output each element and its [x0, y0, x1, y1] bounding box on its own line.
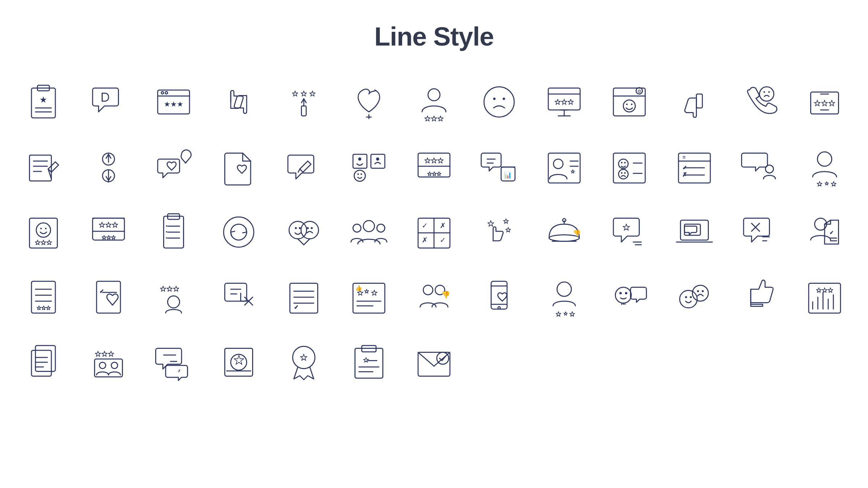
svg-text:★★★: ★★★ — [424, 115, 444, 123]
svg-point-41 — [768, 91, 770, 93]
svg-text:✓: ✓ — [422, 222, 428, 230]
svg-text:•: • — [166, 235, 167, 241]
svg-text:★: ★ — [364, 288, 369, 294]
svg-text:✗: ✗ — [682, 171, 687, 177]
icon-stars-pointer: ★ ★ ★ — [275, 73, 333, 131]
icon-ribbon-award: ★ — [275, 333, 333, 391]
icon-chat-cross — [731, 203, 788, 261]
svg-point-217 — [111, 362, 118, 369]
icon-phone-sad — [731, 73, 788, 131]
icon-star-thumbs-person: ★ ★ ★ — [470, 203, 528, 261]
icon-hearts-chat — [145, 138, 203, 196]
icon-big-thumbsdown — [665, 73, 723, 131]
svg-text:★: ★ — [309, 90, 316, 98]
svg-point-191 — [616, 287, 631, 303]
icon-favorite-document — [210, 138, 268, 196]
svg-point-9 — [165, 91, 168, 94]
svg-text:•: • — [166, 223, 167, 229]
icon-review-feedback: ★ ★ ★ 👍 — [340, 268, 398, 326]
svg-text:★★★: ★★★ — [816, 287, 833, 294]
svg-point-40 — [763, 91, 765, 93]
svg-text:★: ★ — [563, 311, 568, 316]
icon-stars-bar: ★★★ ★★★ — [405, 138, 463, 196]
icon-chat-star-balloon: ★ — [600, 203, 658, 261]
svg-point-98 — [36, 223, 51, 237]
svg-rect-38 — [697, 94, 703, 108]
svg-point-99 — [40, 228, 42, 229]
svg-text:★★★: ★★★ — [35, 239, 52, 246]
icon-two-chats: ✗ — [145, 333, 203, 391]
icon-group-thumbsdown: 👎 — [405, 268, 463, 326]
svg-point-72 — [553, 159, 563, 168]
svg-text:★: ★ — [292, 90, 298, 98]
svg-text:★★★: ★★★ — [102, 234, 116, 240]
svg-text:★: ★ — [556, 311, 561, 318]
icon-smiley-card: ★★★ — [14, 203, 72, 261]
svg-point-79 — [624, 162, 626, 163]
icon-chat-person-list — [731, 138, 788, 196]
svg-text:✗: ✗ — [440, 222, 446, 230]
svg-text:★★★: ★★★ — [424, 157, 444, 164]
icon-chat-comparison: 📊 — [470, 138, 528, 196]
svg-point-118 — [301, 221, 318, 239]
svg-point-78 — [621, 162, 622, 163]
icon-star-rating-display: ★★★ — [796, 73, 854, 131]
page-title: Line Style — [374, 22, 494, 51]
svg-text:★: ★ — [487, 219, 494, 228]
svg-text:★: ★ — [817, 180, 822, 188]
svg-point-19 — [428, 89, 440, 101]
icon-chat-refresh — [210, 203, 268, 261]
svg-point-123 — [377, 224, 385, 232]
icon-laptop-chat — [665, 203, 723, 261]
svg-rect-46 — [30, 155, 52, 181]
svg-text:👎: 👎 — [441, 290, 450, 299]
svg-rect-158 — [97, 281, 120, 313]
icon-envelope-check — [405, 333, 463, 391]
svg-point-196 — [685, 296, 687, 298]
svg-point-82 — [624, 172, 626, 174]
svg-text:★: ★ — [571, 169, 575, 174]
svg-text:✗: ✗ — [178, 369, 181, 373]
svg-rect-183 — [491, 281, 507, 309]
svg-rect-16 — [301, 106, 306, 116]
icon-bar-chart-stars: ★★★ — [796, 268, 854, 326]
icon-covered-dish: 👎 — [535, 203, 593, 261]
svg-point-216 — [99, 362, 106, 369]
svg-point-192 — [620, 292, 622, 295]
svg-point-137 — [563, 219, 566, 222]
svg-point-116 — [295, 227, 297, 229]
icon-certificate-check: ✓ — [275, 268, 333, 326]
svg-point-197 — [690, 296, 692, 298]
svg-point-193 — [625, 292, 627, 295]
svg-point-21 — [484, 87, 514, 117]
svg-point-92 — [766, 165, 774, 173]
icon-chat-stars: ★★★ ★★★ — [80, 203, 137, 261]
svg-text:✓: ✓ — [830, 230, 834, 235]
svg-line-55 — [298, 169, 300, 172]
svg-text:★★★: ★★★ — [427, 171, 441, 177]
icon-clipboard-stars: ★ — [14, 73, 72, 131]
svg-point-119 — [307, 227, 309, 229]
icon-person-emotion-chat: ••• — [600, 268, 658, 326]
svg-text:★★★: ★★★ — [95, 350, 114, 358]
svg-rect-71 — [548, 153, 580, 183]
svg-rect-227 — [355, 348, 383, 378]
svg-point-32 — [624, 100, 635, 112]
svg-point-62 — [361, 174, 362, 175]
svg-point-8 — [161, 91, 164, 94]
svg-text:★: ★ — [363, 356, 369, 364]
icon-checklist-results: ≡ ✓ ✗ — [665, 138, 723, 196]
icon-certificate-star: ★ — [210, 333, 268, 391]
svg-point-122 — [353, 224, 361, 232]
icon-chat-pencil — [275, 138, 333, 196]
svg-point-22 — [493, 98, 496, 100]
svg-rect-76 — [613, 153, 645, 183]
svg-point-23 — [503, 98, 505, 100]
svg-point-200 — [702, 290, 704, 292]
icon-happy-sad-list — [600, 138, 658, 196]
icon-person-award-2: ★ ★ ★ — [535, 268, 593, 326]
svg-point-34 — [631, 103, 632, 105]
icon-rating-people: ★★★ — [80, 333, 137, 391]
svg-rect-56 — [353, 154, 367, 168]
svg-point-39 — [760, 87, 774, 101]
